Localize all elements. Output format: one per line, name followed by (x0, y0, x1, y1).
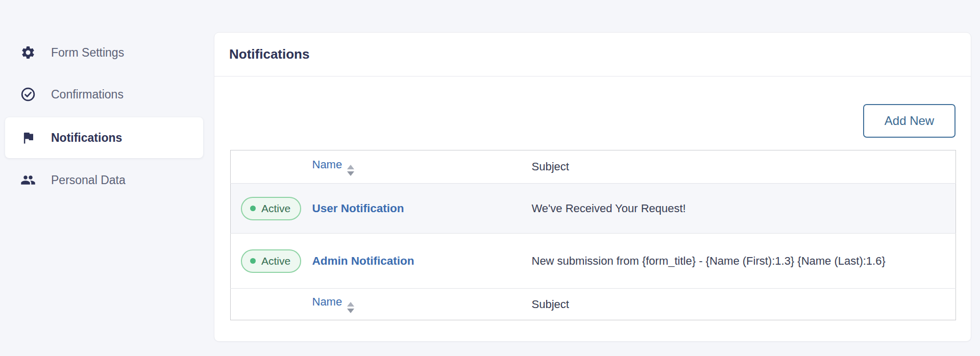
sidebar-item-label: Notifications (51, 131, 122, 145)
table-row: Active User Notification We've Received … (231, 184, 956, 234)
status-badge-label: Active (261, 255, 290, 267)
name-cell: Admin Notification (312, 234, 522, 289)
add-new-button[interactable]: Add New (863, 104, 955, 138)
subject-column-footer: Subject (522, 289, 956, 320)
sidebar-item-form-settings[interactable]: Form Settings (5, 32, 203, 73)
page-title: Notifications (229, 46, 309, 62)
status-cell: Active (231, 184, 312, 234)
name-cell: User Notification (312, 184, 522, 234)
circle-check-icon (20, 87, 36, 102)
sidebar-item-label: Confirmations (51, 88, 124, 101)
subject-cell: We've Received Your Request! (522, 184, 956, 234)
status-column-footer (231, 289, 312, 320)
name-sort-link[interactable]: Name (312, 158, 342, 171)
sort-arrows-icon[interactable] (347, 302, 354, 313)
subject-cell: New submission from {form_title} - {Name… (522, 234, 956, 289)
settings-sidebar: Form Settings Confirmations Notification… (0, 0, 214, 356)
panel-body: Add New Name Subject Active (214, 77, 971, 342)
panel-header: Notifications (214, 33, 971, 77)
status-badge-label: Active (261, 202, 290, 215)
notifications-panel: Notifications Add New Name Subject Activ… (214, 32, 971, 342)
status-column-header (231, 150, 312, 184)
name-sort-link[interactable]: Name (312, 295, 342, 308)
status-badge: Active (241, 249, 301, 273)
table-row: Active Admin Notification New submission… (231, 234, 956, 289)
table-header-row: Name Subject (231, 150, 956, 184)
gear-icon (20, 45, 36, 60)
notification-name-link[interactable]: User Notification (312, 202, 404, 215)
sidebar-item-personal-data[interactable]: Personal Data (5, 160, 203, 200)
flag-icon (20, 130, 36, 145)
name-column-footer: Name (312, 289, 522, 320)
status-cell: Active (231, 234, 312, 289)
sidebar-item-confirmations[interactable]: Confirmations (5, 74, 203, 115)
status-badge: Active (241, 197, 301, 220)
sidebar-item-label: Personal Data (51, 173, 126, 187)
sort-arrows-icon[interactable] (347, 165, 354, 176)
sidebar-item-notifications[interactable]: Notifications (5, 117, 203, 158)
subject-column-header: Subject (522, 150, 956, 184)
name-column-header: Name (312, 150, 522, 184)
people-icon (20, 172, 36, 188)
table-footer-row: Name Subject (231, 289, 956, 320)
notification-name-link[interactable]: Admin Notification (312, 255, 414, 267)
status-dot-icon (250, 206, 256, 211)
sidebar-item-label: Form Settings (51, 46, 124, 60)
status-dot-icon (250, 258, 256, 264)
notifications-table: Name Subject Active User Notification We… (230, 150, 956, 320)
